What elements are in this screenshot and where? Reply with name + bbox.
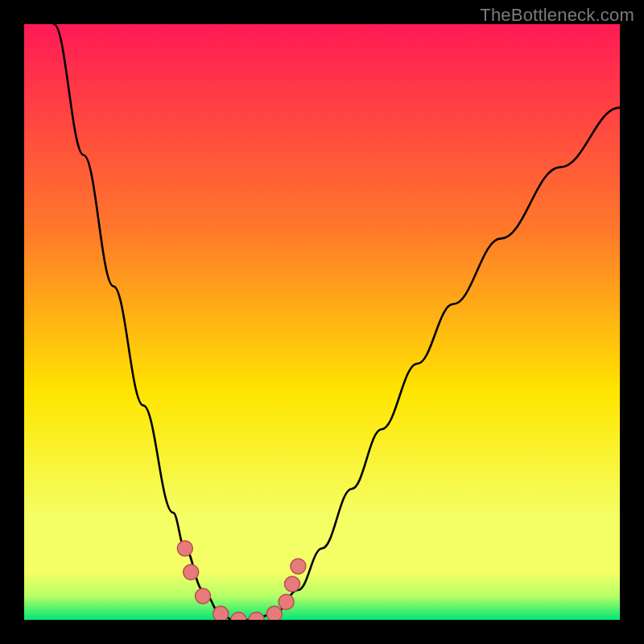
data-marker bbox=[213, 606, 229, 620]
data-marker bbox=[285, 576, 300, 592]
gradient-background bbox=[24, 24, 620, 620]
data-marker bbox=[291, 559, 306, 574]
bottleneck-chart bbox=[24, 24, 620, 620]
chart-svg bbox=[24, 24, 620, 620]
data-marker bbox=[177, 541, 192, 556]
chart-frame: TheBottleneck.com bbox=[0, 0, 644, 644]
data-marker bbox=[279, 594, 294, 609]
data-marker bbox=[196, 588, 211, 604]
data-marker bbox=[266, 606, 282, 620]
watermark-text: TheBottleneck.com bbox=[480, 5, 634, 26]
data-marker bbox=[184, 564, 199, 580]
